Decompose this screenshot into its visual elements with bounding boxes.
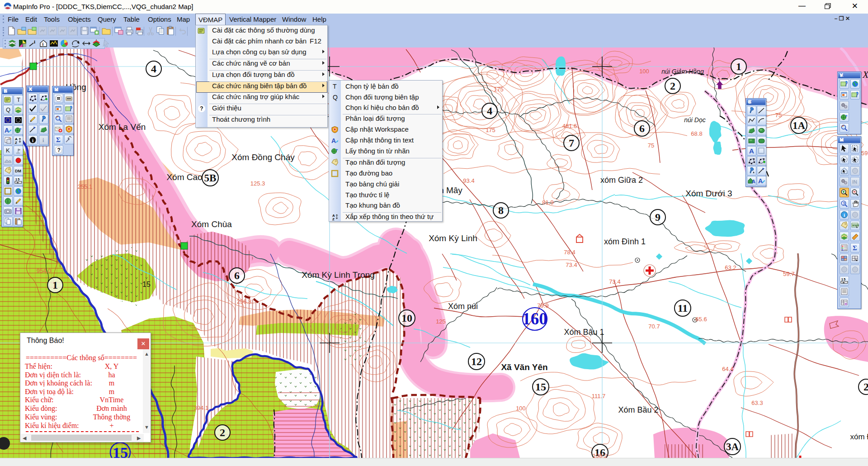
svg-text:1 5: 1 5 [15, 178, 19, 181]
svg-text:?: ? [57, 147, 61, 153]
svg-text:6: 6 [234, 270, 240, 281]
svg-text:núi Dọc: núi Dọc [684, 116, 705, 124]
svg-text:6: 6 [639, 123, 645, 134]
svg-text:78.4: 78.4 [564, 249, 575, 256]
svg-text:Xóm Bầu 2: Xóm Bầu 2 [618, 405, 658, 414]
svg-text:100: 100 [639, 68, 649, 75]
svg-text:WWW: WWW [852, 224, 859, 227]
svg-text:255.1: 255.1 [78, 183, 93, 190]
svg-text:Z: Z [332, 217, 335, 221]
svg-text:175: 175 [486, 127, 495, 133]
svg-text:138.2: 138.2 [593, 452, 608, 458]
svg-text:70.7: 70.7 [648, 323, 660, 330]
svg-text:394.1: 394.1 [194, 404, 209, 411]
svg-text:15: 15 [142, 281, 151, 288]
svg-text:Xã Văn Yên: Xã Văn Yên [501, 362, 547, 372]
svg-text:75: 75 [648, 142, 654, 149]
svg-text:Xóm Bậu 1: Xóm Bậu 1 [564, 328, 604, 337]
svg-text:Xóm Đồng Cháy: Xóm Đồng Cháy [231, 152, 295, 162]
svg-text:1: 1 [736, 61, 741, 72]
svg-text:i: i [42, 42, 44, 47]
svg-text:8: 8 [498, 204, 504, 216]
svg-text:75: 75 [775, 112, 782, 119]
svg-text:73.4: 73.4 [609, 278, 620, 285]
svg-text:xóm Đ: xóm Đ [850, 433, 868, 441]
svg-text:81.9: 81.9 [542, 199, 553, 206]
svg-text:4: 4 [487, 105, 492, 117]
svg-text:63.2: 63.2 [725, 264, 736, 271]
svg-text:59.7: 59.7 [783, 271, 794, 277]
svg-text:125: 125 [436, 318, 446, 325]
svg-text:IN: IN [852, 179, 857, 185]
svg-text:xóm Đình 1: xóm Đình 1 [604, 237, 646, 246]
svg-text:175: 175 [494, 86, 504, 93]
svg-text:7: 7 [569, 137, 574, 149]
svg-text:63.3: 63.3 [751, 399, 763, 406]
svg-text:1: 1 [52, 279, 58, 291]
svg-text:A: A [331, 137, 336, 144]
svg-text:DM: DM [15, 169, 21, 173]
svg-text:i: i [844, 212, 845, 218]
svg-text:160: 160 [522, 309, 547, 328]
svg-text:59: 59 [861, 150, 868, 157]
svg-text:Xóm La Vến: Xóm La Vến [99, 122, 146, 132]
svg-text:11: 11 [678, 302, 688, 314]
svg-text:Xóm Kỳ Linh Trong: Xóm Kỳ Linh Trong [302, 270, 375, 280]
svg-text:1 5: 1 5 [841, 278, 845, 281]
svg-text:K: K [6, 147, 10, 154]
svg-text:256.3: 256.3 [237, 298, 252, 305]
svg-text:125.3: 125.3 [250, 180, 265, 187]
svg-text:1A: 1A [793, 120, 806, 131]
svg-text:Xóm Dưới 3: Xóm Dưới 3 [685, 189, 732, 198]
svg-text:10: 10 [401, 312, 412, 324]
svg-text:?: ? [843, 201, 845, 206]
svg-text:Xóm Kỳ Linh: Xóm Kỳ Linh [429, 233, 477, 243]
svg-text:Q: Q [6, 106, 10, 113]
svg-text:Σ: Σ [853, 244, 857, 252]
svg-text:i: i [34, 39, 35, 44]
svg-text:A: A [752, 179, 755, 184]
svg-text:93.4: 93.4 [463, 177, 474, 184]
svg-text:Z: Z [15, 141, 17, 144]
svg-text:3A: 3A [726, 441, 739, 452]
svg-text:Xóm Chùa: Xóm Chùa [191, 219, 232, 229]
svg-text:i: i [42, 137, 44, 143]
svg-text:A: A [758, 177, 763, 185]
svg-text:79.9: 79.9 [537, 302, 548, 309]
svg-text:64.4: 64.4 [722, 366, 733, 372]
svg-text:i: i [32, 138, 33, 143]
svg-text:12: 12 [471, 356, 482, 367]
svg-text:15: 15 [113, 444, 128, 458]
svg-text:65.6: 65.6 [695, 316, 707, 323]
svg-text:núi Giảm Hồng: núi Giảm Hồng [661, 68, 704, 75]
svg-text:T: T [17, 96, 20, 103]
svg-text:A: A [749, 147, 754, 155]
svg-text:A: A [5, 127, 9, 134]
svg-text:2: 2 [670, 80, 675, 92]
svg-text:9: 9 [655, 211, 660, 223]
svg-text:xóm Giữa 2: xóm Giữa 2 [600, 176, 643, 185]
svg-text:Xóm Cao: Xóm Cao [166, 172, 202, 182]
svg-text:73.4: 73.4 [566, 262, 577, 268]
svg-text:X: X [862, 69, 868, 80]
svg-text:2: 2 [863, 381, 868, 393]
svg-text:2: 2 [220, 427, 225, 438]
svg-text:5B: 5B [204, 172, 217, 184]
svg-text:481.6: 481.6 [562, 123, 577, 129]
svg-text:Σ: Σ [56, 136, 61, 143]
svg-text:15: 15 [535, 381, 546, 393]
svg-text:100: 100 [516, 405, 526, 412]
svg-text:111.7: 111.7 [592, 393, 606, 399]
svg-text:68.8: 68.8 [691, 130, 702, 137]
svg-text:954.0: 954.0 [37, 267, 52, 274]
svg-text:Xóm núi: Xóm núi [448, 302, 478, 311]
svg-text:4: 4 [151, 63, 156, 75]
